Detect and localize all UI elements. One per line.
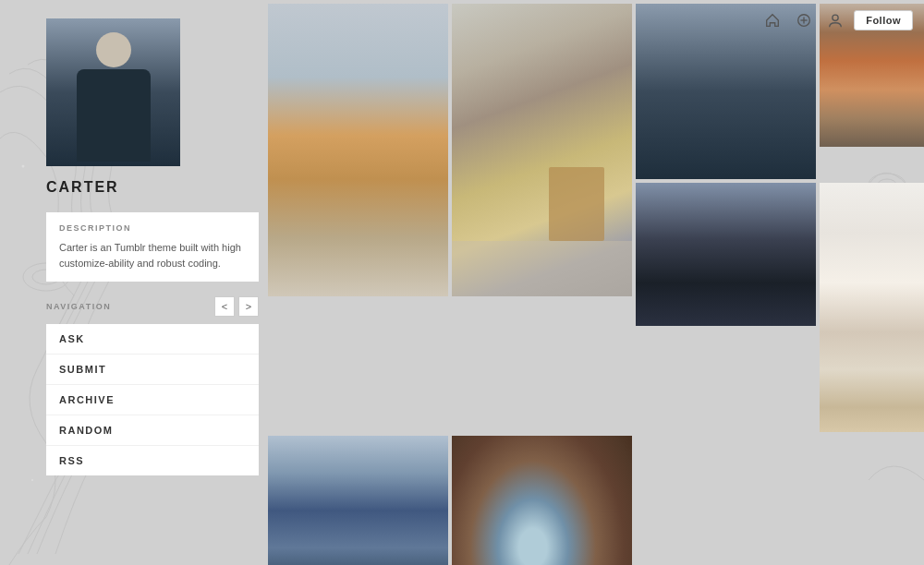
add-button[interactable] xyxy=(791,7,817,33)
top-nav: Follow xyxy=(748,0,924,41)
nav-link-archive[interactable]: ARCHIVE xyxy=(46,385,259,415)
nav-label: NAVIGATION xyxy=(46,302,111,311)
blog-title: CARTER xyxy=(46,179,249,196)
grid-item-abstract[interactable] xyxy=(636,183,816,326)
home-button[interactable] xyxy=(760,7,785,33)
grid-item-waterfall[interactable] xyxy=(268,436,448,565)
nav-header: NAVIGATION < > xyxy=(46,296,259,317)
profile-image xyxy=(46,18,180,166)
nav-link-random[interactable]: RANDOM xyxy=(46,415,259,446)
nav-link-ask[interactable]: ASK xyxy=(46,324,259,355)
content-grid xyxy=(268,0,924,565)
description-label: DESCRIPTION xyxy=(59,223,246,233)
description-section: DESCRIPTION Carter is an Tumblr theme bu… xyxy=(46,212,259,282)
nav-link-rss[interactable]: RSS xyxy=(46,446,259,475)
main-layout: CARTER DESCRIPTION Carter is an Tumblr t… xyxy=(0,0,924,565)
grid-item-vehicle[interactable] xyxy=(268,4,448,296)
nav-links: ASK SUBMIT ARCHIVE RANDOM RSS xyxy=(46,324,259,475)
user-button[interactable] xyxy=(822,7,848,33)
nav-prev-button[interactable]: < xyxy=(214,296,235,317)
navigation-section: NAVIGATION < > ASK SUBMIT ARCHIVE RANDOM… xyxy=(46,296,259,475)
grid-item-plants[interactable] xyxy=(820,183,924,432)
description-text: Carter is an Tumblr theme built with hig… xyxy=(59,240,246,270)
svg-point-12 xyxy=(833,15,838,20)
grid-item-crater[interactable] xyxy=(452,436,632,565)
nav-link-submit[interactable]: SUBMIT xyxy=(46,355,259,385)
nav-next-button[interactable]: > xyxy=(238,296,259,317)
follow-button[interactable]: Follow xyxy=(854,10,913,30)
nav-arrows: < > xyxy=(214,296,259,317)
grid-item-room[interactable] xyxy=(452,4,632,296)
sidebar: CARTER DESCRIPTION Carter is an Tumblr t… xyxy=(0,0,268,565)
